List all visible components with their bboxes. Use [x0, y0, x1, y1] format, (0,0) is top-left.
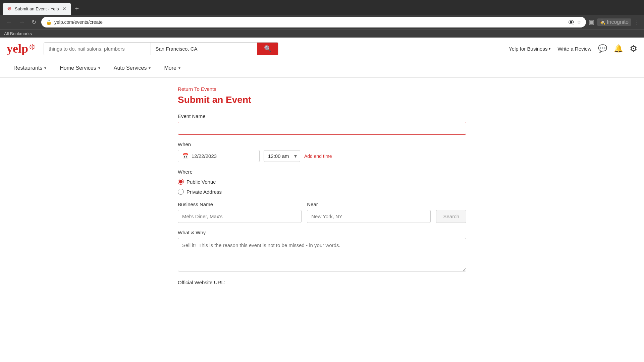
time-select[interactable]: 12:00 am 12:30 am 1:00 am 6:00 am 12:00 …: [264, 150, 300, 162]
yelp-header: yelp ❊ 🔍 Yelp for Business ▾ Write a Rev…: [0, 38, 644, 78]
nav-more-label: More: [164, 65, 176, 71]
private-address-label: Private Address: [186, 189, 222, 195]
browser-tab-bar: ❊ Submit an Event - Yelp ✕ +: [0, 3, 644, 15]
chevron-down-icon: ▾: [98, 66, 100, 70]
tab-title: Submit an Event - Yelp: [15, 6, 59, 11]
new-tab-button[interactable]: +: [72, 4, 82, 14]
nav-restaurants[interactable]: Restaurants ▾: [7, 60, 53, 77]
nav-auto-services-label: Auto Services: [114, 65, 147, 71]
yelp-logo-burst: ❊: [29, 43, 36, 52]
private-address-option[interactable]: Private Address: [178, 189, 466, 195]
public-venue-label: Public Venue: [186, 179, 216, 185]
eye-off-icon: 👁‍🗨: [568, 19, 574, 25]
nav-home-services[interactable]: Home Services ▾: [53, 60, 107, 77]
where-label: Where: [178, 169, 466, 175]
tab-favicon: ❊: [7, 6, 12, 11]
bookmarks-label[interactable]: All Bookmarks: [4, 31, 32, 36]
lock-icon: 🔒: [46, 19, 52, 25]
refresh-button[interactable]: ↻: [30, 18, 39, 26]
bookmarks-bar: All Bookmarks: [0, 29, 644, 38]
official-url-label: Official Website URL:: [178, 280, 225, 285]
browser-chrome: ❊ Submit an Event - Yelp ✕ + ← → ↻ 🔒 👁‍🗨…: [0, 0, 644, 38]
address-bar[interactable]: 🔒 👁‍🗨 ☆: [41, 17, 586, 27]
tab-close-button[interactable]: ✕: [62, 6, 67, 11]
search-icon: 🔍: [264, 45, 271, 52]
yelp-nav: Restaurants ▾ Home Services ▾ Auto Servi…: [0, 60, 644, 78]
header-actions: Yelp for Business ▾ Write a Review 💬 🔔 ⚙: [509, 44, 637, 54]
incognito-icon: 🕵: [600, 19, 605, 25]
event-name-group: Event Name: [178, 113, 466, 135]
toolbar-actions: ▣ 🕵 Incognito ⋮: [589, 18, 640, 26]
page-title: Submit an Event: [178, 95, 466, 105]
nav-home-services-label: Home Services: [60, 65, 96, 71]
window-toggle-icon[interactable]: ▣: [589, 18, 594, 26]
search-what-input[interactable]: [44, 43, 151, 55]
nav-auto-services[interactable]: Auto Services ▾: [107, 60, 158, 77]
chevron-down-icon: ▾: [549, 47, 551, 51]
event-name-label: Event Name: [178, 113, 466, 119]
what-why-label: What & Why: [178, 230, 466, 235]
star-icon[interactable]: ☆: [577, 19, 581, 25]
yelp-header-top: yelp ❊ 🔍 Yelp for Business ▾ Write a Rev…: [0, 38, 644, 60]
near-label: Near: [307, 201, 431, 207]
browser-toolbar: ← → ↻ 🔒 👁‍🗨 ☆ ▣ 🕵 Incognito ⋮: [0, 15, 644, 29]
official-url-group: Official Website URL:: [178, 280, 466, 286]
url-input[interactable]: [54, 19, 566, 25]
near-col: Near: [307, 201, 431, 223]
when-row: 📅 12:00 am 12:30 am 1:00 am 6:00 am 12:0…: [178, 150, 466, 162]
date-picker[interactable]: 📅: [178, 150, 260, 162]
private-address-radio[interactable]: [178, 189, 184, 195]
active-tab: ❊ Submit an Event - Yelp ✕: [3, 3, 71, 15]
yelp-logo[interactable]: yelp ❊: [7, 42, 36, 56]
yelp-for-business-link[interactable]: Yelp for Business ▾: [509, 46, 551, 52]
venue-type-radio-group: Public Venue Private Address: [178, 179, 466, 195]
main-content: Return To Events Submit an Event Event N…: [171, 78, 473, 300]
chevron-down-icon: ▾: [178, 66, 180, 70]
user-avatar-icon[interactable]: ⚙: [630, 44, 637, 54]
date-input[interactable]: [192, 153, 255, 159]
public-venue-option[interactable]: Public Venue: [178, 179, 466, 185]
back-button[interactable]: ←: [4, 18, 14, 26]
incognito-badge: 🕵 Incognito: [597, 18, 631, 26]
when-label: When: [178, 141, 466, 147]
yelp-logo-text: yelp: [7, 42, 28, 56]
nav-restaurants-label: Restaurants: [13, 65, 42, 71]
return-to-events-link[interactable]: Return To Events: [178, 86, 216, 92]
what-why-group: What & Why: [178, 230, 466, 273]
forward-button[interactable]: →: [17, 18, 27, 26]
when-group: When 📅 12:00 am 12:30 am 1:00 am 6:00 am…: [178, 141, 466, 162]
search-button[interactable]: 🔍: [257, 43, 278, 55]
business-search-button[interactable]: Search: [436, 210, 466, 223]
write-review-link[interactable]: Write a Review: [557, 46, 591, 52]
event-name-input[interactable]: [178, 122, 466, 135]
business-name-col: Business Name: [178, 201, 302, 223]
nav-more[interactable]: More ▾: [157, 60, 187, 77]
business-near-row: Business Name Near Search: [178, 201, 466, 223]
chevron-down-icon: ▾: [149, 66, 151, 70]
chat-icon[interactable]: 💬: [598, 44, 607, 53]
time-select-wrap: 12:00 am 12:30 am 1:00 am 6:00 am 12:00 …: [264, 150, 300, 162]
search-where-input[interactable]: [151, 43, 258, 55]
menu-icon[interactable]: ⋮: [634, 18, 640, 26]
public-venue-radio[interactable]: [178, 179, 184, 185]
incognito-label: Incognito: [607, 19, 629, 25]
where-group: Where Public Venue Private Address: [178, 169, 466, 195]
business-name-input[interactable]: [178, 210, 302, 223]
chevron-down-icon: ▾: [44, 66, 46, 70]
business-name-label: Business Name: [178, 201, 302, 207]
search-form: 🔍: [44, 42, 278, 55]
add-end-time-link[interactable]: Add end time: [304, 154, 332, 159]
business-name-group: Business Name Near Search: [178, 201, 466, 223]
near-input[interactable]: [307, 210, 431, 223]
yelp-for-business-label: Yelp for Business: [509, 46, 547, 52]
what-why-textarea[interactable]: [178, 238, 466, 272]
notification-bell-icon[interactable]: 🔔: [614, 44, 623, 53]
calendar-icon: 📅: [182, 153, 189, 159]
